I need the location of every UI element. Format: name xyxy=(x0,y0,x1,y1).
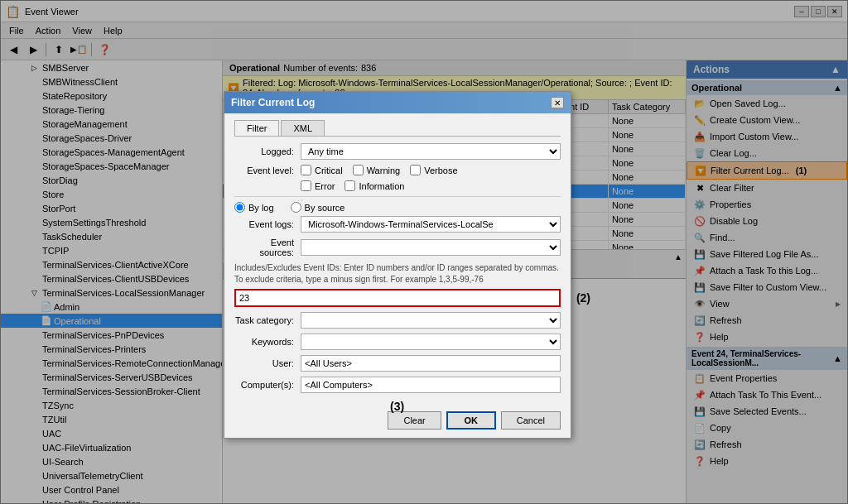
computer-control xyxy=(301,377,561,393)
form-row-logged: Logged: Any time xyxy=(234,143,561,160)
dialog-buttons: Clear (3) OK Cancel xyxy=(224,405,571,438)
radio-bylog-input[interactable] xyxy=(234,202,245,213)
dialog-tab-xml[interactable]: XML xyxy=(281,120,325,136)
filter-dialog: Filter Current Log ✕ Filter XML Logged: … xyxy=(224,91,571,439)
checkbox-information-input[interactable] xyxy=(344,180,355,191)
cancel-button[interactable]: Cancel xyxy=(501,411,561,430)
taskcategory-label: Task category: xyxy=(234,315,301,325)
eventsources-select[interactable] xyxy=(301,239,561,256)
radio-bysource-input[interactable] xyxy=(291,202,301,213)
clear-button[interactable]: Clear xyxy=(388,411,441,430)
radio-bylog[interactable]: By log xyxy=(234,202,274,213)
eventlogs-label: Event logs: xyxy=(234,219,301,229)
checkbox-error-input[interactable] xyxy=(301,180,311,191)
radio-bysource[interactable]: By source xyxy=(291,202,345,213)
eventlevel-checkboxes2: Error Information xyxy=(301,180,404,191)
user-label: User: xyxy=(234,358,301,368)
checkbox-verbose[interactable]: Verbose xyxy=(410,165,457,175)
form-row-eventlevel: Event level: Critical Warning Verbose xyxy=(234,165,561,175)
form-row-bylog: By log By source xyxy=(234,202,561,213)
ok-button[interactable]: OK xyxy=(446,411,496,430)
form-row-keywords: Keywords: xyxy=(234,334,561,350)
checkbox-warning-input[interactable] xyxy=(353,165,364,175)
eventsources-label: Event sources: xyxy=(234,238,301,257)
keywords-control xyxy=(301,334,561,350)
dialog-body: Filter XML Logged: Any time Event le xyxy=(224,113,571,405)
taskcategory-select[interactable] xyxy=(301,312,561,329)
checkbox-verbose-input[interactable] xyxy=(410,165,421,175)
annotation-2: (2) xyxy=(576,291,590,305)
logged-control: Any time xyxy=(301,143,561,160)
computer-label: Computer(s): xyxy=(234,380,301,390)
form-row-eventsources: Event sources: xyxy=(234,238,561,257)
dialog-overlay: Filter Current Log ✕ Filter XML Logged: … xyxy=(0,0,848,504)
eventlevel-checkboxes: Critical Warning Verbose xyxy=(301,165,458,175)
checkbox-critical-input[interactable] xyxy=(301,165,311,175)
dialog-title-bar: Filter Current Log ✕ xyxy=(224,92,571,113)
form-row-computer: Computer(s): xyxy=(234,377,561,393)
keywords-label: Keywords: xyxy=(234,337,301,347)
keywords-select[interactable] xyxy=(301,334,561,350)
form-row-user: User: xyxy=(234,355,561,372)
eventid-description: Includes/Excludes Event IDs: Enter ID nu… xyxy=(234,262,561,286)
checkbox-error[interactable]: Error xyxy=(301,180,335,191)
eventid-input[interactable] xyxy=(234,289,561,307)
form-row-eventlevel2: Error Information xyxy=(234,180,561,191)
checkbox-warning[interactable]: Warning xyxy=(353,165,401,175)
eventlevel-label: Event level: xyxy=(234,166,301,175)
eventlogs-select[interactable]: Microsoft-Windows-TerminalServices-Local… xyxy=(301,216,561,233)
logged-select[interactable]: Any time xyxy=(301,143,561,160)
dialog-title: Filter Current Log xyxy=(231,97,315,108)
dialog-close-button[interactable]: ✕ xyxy=(551,97,564,108)
checkbox-information[interactable]: Information xyxy=(344,180,404,191)
eventsources-control xyxy=(301,239,561,256)
dialog-tab-filter[interactable]: Filter xyxy=(234,120,279,136)
eventid-row: (2) xyxy=(234,289,561,307)
logged-label: Logged: xyxy=(234,146,301,156)
eventlogs-control: Microsoft-Windows-TerminalServices-Local… xyxy=(301,216,561,233)
user-input[interactable] xyxy=(301,355,561,372)
computer-input[interactable] xyxy=(301,377,561,393)
form-row-taskcategory: Task category: xyxy=(234,312,561,329)
taskcategory-control xyxy=(301,312,561,329)
checkbox-critical[interactable]: Critical xyxy=(301,165,343,175)
user-control xyxy=(301,355,561,372)
form-row-eventlogs: Event logs: Microsoft-Windows-TerminalSe… xyxy=(234,216,561,233)
annotation-3: (3) xyxy=(390,400,404,413)
form-divider xyxy=(234,196,561,197)
dialog-tabs: Filter XML xyxy=(234,120,561,137)
